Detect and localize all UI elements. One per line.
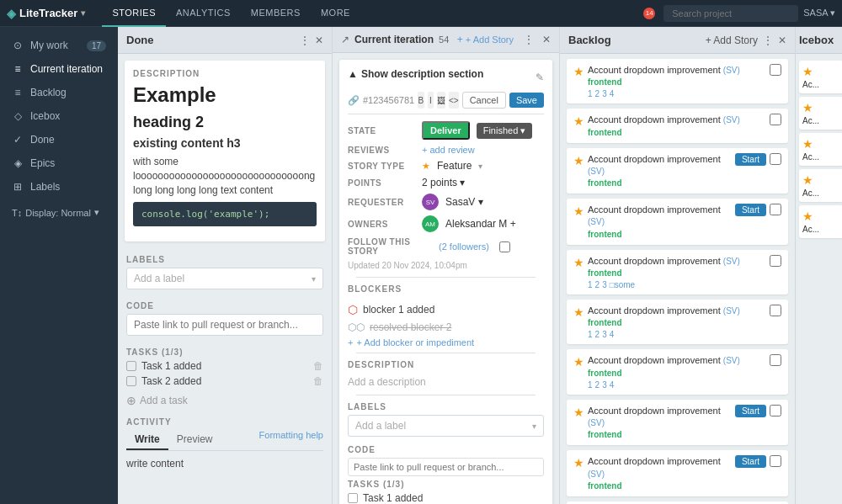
user-menu[interactable]: SASA ▾ — [803, 8, 835, 19]
points-value[interactable]: 2 points ▾ — [422, 177, 465, 188]
sidebar-item-icebox[interactable]: ◇ Icebox — [0, 104, 118, 128]
app-logo[interactable]: ◈ LiteTracker ▾ — [7, 7, 85, 20]
story-checkbox-1[interactable] — [770, 114, 781, 125]
story-checkbox-0[interactable] — [770, 64, 781, 76]
done-column-menu-icon[interactable]: ⋮ — [300, 34, 310, 46]
start-button-2[interactable]: Start — [735, 153, 766, 166]
task2-delete-icon[interactable]: 🗑 — [313, 375, 323, 387]
add-story-current-button[interactable]: + + Add Story — [457, 34, 514, 45]
notification-badge[interactable]: 14 — [643, 8, 655, 19]
sidebar-item-epics[interactable]: ◈ Epics — [0, 151, 118, 175]
sidebar-item-backlog[interactable]: ≡ Backlog — [0, 81, 118, 104]
story-checkbox-4[interactable] — [770, 255, 781, 267]
story-num-link[interactable]: 3 — [602, 89, 607, 98]
activity-tab-preview[interactable]: Preview — [168, 430, 221, 450]
panel-add-label-input[interactable]: Add a label ▾ — [348, 415, 544, 437]
story-num-link[interactable]: 2 — [595, 380, 600, 390]
owners-value[interactable]: Aleksandar M + — [445, 218, 516, 230]
toolbar-italic-icon[interactable]: I — [428, 92, 434, 109]
reviews-field-label: REVIEWS — [348, 146, 415, 155]
requester-value[interactable]: SasaV ▾ — [445, 196, 483, 208]
toolbar-bold-icon[interactable]: B — [418, 92, 424, 109]
story-num-link[interactable]: 3 — [602, 380, 607, 390]
story-star-0[interactable]: ★ — [573, 65, 584, 78]
icebox-star-1[interactable]: ★ — [802, 65, 839, 78]
story-num-link[interactable]: 1 — [588, 280, 593, 289]
add-task-button[interactable]: ⊕ Add a task — [118, 390, 332, 411]
story-num-link[interactable]: 3 — [602, 330, 607, 339]
start-button-8[interactable]: Start — [735, 455, 766, 468]
panel-code-input[interactable] — [348, 458, 544, 476]
panel-description-input[interactable]: Add a description — [348, 373, 544, 391]
nav-tab-stories[interactable]: STORIES — [102, 0, 166, 27]
story-num-link[interactable]: 4 — [610, 380, 615, 390]
panel-toggle[interactable]: ▲ Show description section — [348, 68, 483, 80]
story-num-link[interactable]: 4 — [610, 330, 615, 339]
icebox-star-2[interactable]: ★ — [802, 101, 839, 114]
nav-tab-members[interactable]: MEMBERS — [241, 0, 311, 27]
story-num-link[interactable]: 1 — [588, 89, 593, 98]
story-checkbox-8[interactable] — [770, 455, 781, 467]
story-star-5[interactable]: ★ — [573, 305, 584, 319]
activity-write-content[interactable]: write content — [126, 458, 323, 470]
story-checkbox-2[interactable] — [770, 153, 781, 165]
story-checkbox-3[interactable] — [770, 204, 781, 215]
done-column-close-icon[interactable]: ✕ — [315, 34, 323, 46]
cancel-button[interactable]: Cancel — [462, 92, 506, 109]
add-label-input[interactable]: Add a label ▾ — [126, 268, 323, 289]
story-num-link[interactable]: 3 — [602, 280, 607, 289]
nav-tab-more[interactable]: MORE — [311, 0, 360, 27]
icebox-star-5[interactable]: ★ — [802, 210, 839, 223]
icebox-star-4[interactable]: ★ — [802, 173, 839, 187]
story-num-link[interactable]: 2 — [595, 280, 600, 289]
formatting-help-link[interactable]: Formatting help — [259, 430, 323, 450]
story-star-7[interactable]: ★ — [573, 406, 584, 419]
sidebar-item-my-work[interactable]: ⊙ My work 17 — [0, 34, 118, 57]
task2-checkbox[interactable] — [126, 376, 136, 386]
story-star-1[interactable]: ★ — [573, 114, 584, 128]
story-star-3[interactable]: ★ — [573, 204, 584, 218]
backlog-menu-icon[interactable]: ⋮ — [763, 34, 773, 46]
sidebar-item-done[interactable]: ✓ Done — [0, 128, 118, 151]
code-input[interactable] — [126, 314, 323, 336]
backlog-close-icon[interactable]: ✕ — [778, 34, 786, 46]
start-button-3[interactable]: Start — [735, 204, 766, 216]
iteration-menu-icon[interactable]: ⋮ — [524, 34, 534, 45]
activity-tab-write[interactable]: Write — [126, 430, 168, 450]
display-button[interactable]: T↕ Display: Normal ▾ — [8, 202, 109, 223]
story-star-6[interactable]: ★ — [573, 355, 584, 369]
panel-task1-checkbox[interactable] — [348, 493, 358, 503]
story-num-link[interactable]: □some — [610, 280, 636, 289]
task1-delete-icon[interactable]: 🗑 — [313, 360, 323, 372]
story-num-link[interactable]: 2 — [595, 89, 600, 98]
followers-link[interactable]: (2 followers) — [439, 241, 489, 252]
nav-tab-analytics[interactable]: ANALYTICS — [166, 0, 241, 27]
story-checkbox-5[interactable] — [770, 305, 781, 316]
save-button[interactable]: Save — [509, 93, 544, 108]
panel-edit-icon[interactable]: ✎ — [536, 72, 544, 83]
story-num-link[interactable]: 1 — [588, 380, 593, 390]
deliver-button[interactable]: Deliver — [422, 121, 470, 140]
follow-checkbox[interactable] — [499, 241, 510, 252]
story-star-8[interactable]: ★ — [573, 456, 584, 470]
toolbar-code-icon[interactable]: <> — [449, 92, 459, 109]
task1-checkbox[interactable] — [126, 361, 136, 371]
add-review-link[interactable]: + add review — [422, 145, 475, 155]
sidebar-item-current-iteration[interactable]: ≡ Current iteration — [0, 57, 118, 81]
sidebar-item-labels[interactable]: ⊞ Labels — [0, 175, 118, 199]
toolbar-image-icon[interactable]: 🖼 — [437, 92, 445, 109]
search-input[interactable] — [663, 5, 798, 22]
story-num-link[interactable]: 4 — [610, 89, 615, 98]
start-button-7[interactable]: Start — [735, 405, 766, 417]
story-num-link[interactable]: 2 — [595, 330, 600, 339]
panel-story-id: #123456781 — [363, 95, 414, 105]
icebox-star-3[interactable]: ★ — [802, 137, 839, 151]
backlog-add-story-label[interactable]: + Add Story — [706, 34, 758, 46]
story-checkbox-7[interactable] — [770, 405, 781, 416]
story-star-4[interactable]: ★ — [573, 256, 584, 269]
story-star-2[interactable]: ★ — [573, 154, 584, 167]
iteration-close-icon[interactable]: ✕ — [542, 34, 551, 45]
story-num-link[interactable]: 1 — [588, 330, 593, 339]
add-blocker-button[interactable]: + + Add blocker or impediment — [348, 336, 544, 349]
story-checkbox-6[interactable] — [770, 354, 781, 366]
